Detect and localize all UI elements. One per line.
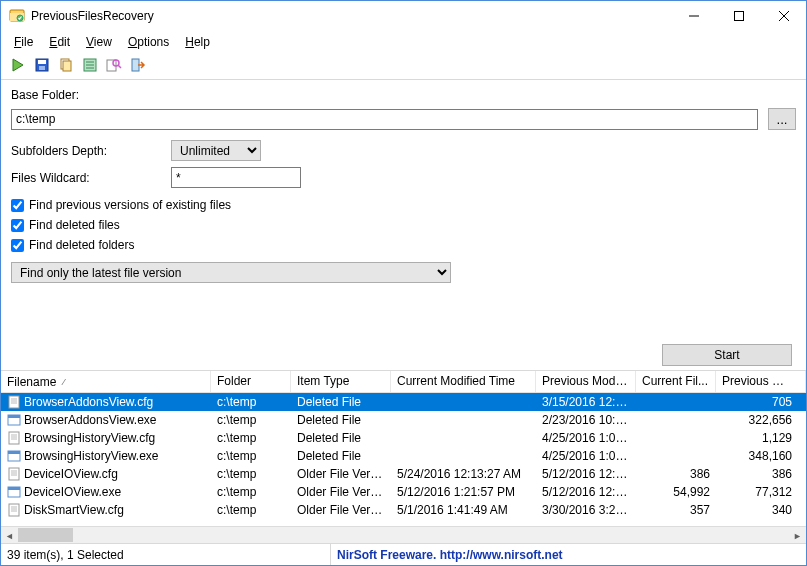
cell-itemtype: Older File Vers... (291, 484, 391, 500)
col-curr-mod[interactable]: Current Modified Time (391, 371, 536, 392)
listview-header[interactable]: Filename∕ Folder Item Type Current Modif… (1, 371, 806, 393)
cell-prev-mod: 4/25/2016 1:09:0... (536, 430, 636, 446)
cell-prev-mod: 5/12/2016 12:53:... (536, 466, 636, 482)
table-row[interactable]: DeviceIOView.exec:\tempOlder File Vers..… (1, 483, 806, 501)
menu-options[interactable]: Options (121, 33, 176, 51)
svg-line-19 (118, 65, 121, 68)
cell-curr-mod (391, 401, 536, 403)
toolbar (1, 53, 806, 80)
cell-filename: BrowsingHistoryView.cfg (24, 431, 155, 445)
cell-curr-size: 54,992 (636, 484, 716, 500)
cell-filename: BrowserAddonsView.cfg (24, 395, 153, 409)
minimize-button[interactable] (671, 1, 716, 31)
scroll-right-icon[interactable]: ► (789, 527, 806, 543)
start-button[interactable]: Start (662, 344, 792, 366)
col-curr-size[interactable]: Current Fil... (636, 371, 716, 392)
svg-rect-23 (8, 415, 20, 418)
chk-deleted-files[interactable] (11, 219, 24, 232)
col-folder[interactable]: Folder (211, 371, 291, 392)
cell-folder: c:\temp (211, 466, 291, 482)
browse-button[interactable]: ... (768, 108, 796, 130)
find-icon[interactable] (105, 56, 123, 74)
window-title: PreviousFilesRecovery (31, 9, 671, 23)
table-row[interactable]: DeviceIOView.cfgc:\tempOlder File Vers..… (1, 465, 806, 483)
base-folder-input[interactable] (11, 109, 758, 130)
chk-deleted-folders[interactable] (11, 239, 24, 252)
table-row[interactable]: BrowsingHistoryView.cfgc:\tempDeleted Fi… (1, 429, 806, 447)
cell-prev-size: 322,656 (716, 412, 806, 428)
col-filename[interactable]: Filename∕ (1, 371, 211, 392)
file-icon (7, 431, 21, 445)
cell-curr-size (636, 419, 716, 421)
cell-prev-size: 705 (716, 394, 806, 410)
svg-rect-4 (734, 12, 743, 21)
cell-curr-size: 357 (636, 502, 716, 518)
chk-existing-versions[interactable] (11, 199, 24, 212)
cell-curr-size (636, 401, 716, 403)
chk-deleted-folders-label: Find deleted folders (29, 238, 134, 252)
cell-itemtype: Older File Vers... (291, 466, 391, 482)
cell-curr-mod: 5/12/2016 1:21:57 PM (391, 484, 536, 500)
svg-rect-24 (9, 432, 19, 444)
status-link[interactable]: NirSoft Freeware. http://www.nirsoft.net (331, 544, 806, 565)
cell-itemtype: Deleted File (291, 430, 391, 446)
table-row[interactable]: BrowserAddonsView.exec:\tempDeleted File… (1, 411, 806, 429)
cell-folder: c:\temp (211, 502, 291, 518)
svg-rect-26 (8, 451, 20, 454)
table-row[interactable]: BrowserAddonsView.cfgc:\tempDeleted File… (1, 393, 806, 411)
cell-prev-mod: 3/15/2016 12:27:... (536, 394, 636, 410)
wildcard-label: Files Wildcard: (11, 171, 161, 185)
listview-body[interactable]: BrowserAddonsView.cfgc:\tempDeleted File… (1, 393, 806, 526)
menubar: File Edit View Options Help (1, 31, 806, 53)
cell-prev-size: 386 (716, 466, 806, 482)
start-icon[interactable] (9, 56, 27, 74)
exit-icon[interactable] (129, 56, 147, 74)
copy-icon[interactable] (57, 56, 75, 74)
menu-edit[interactable]: Edit (42, 33, 77, 51)
properties-icon[interactable] (81, 56, 99, 74)
svg-marker-7 (13, 59, 23, 71)
menu-file[interactable]: File (7, 33, 40, 51)
close-button[interactable] (761, 1, 806, 31)
h-scrollbar[interactable]: ◄ ► (1, 526, 806, 543)
chk-existing-label: Find previous versions of existing files (29, 198, 231, 212)
save-icon[interactable] (33, 56, 51, 74)
cell-curr-mod: 5/1/2016 1:41:49 AM (391, 502, 536, 518)
chk-deleted-files-label: Find deleted files (29, 218, 120, 232)
cell-filename: DeviceIOView.exe (24, 485, 121, 499)
cell-folder: c:\temp (211, 394, 291, 410)
version-mode-select[interactable]: Find only the latest file version (11, 262, 451, 283)
cell-itemtype: Older File Vers... (291, 502, 391, 518)
titlebar[interactable]: PreviousFilesRecovery (1, 1, 806, 31)
subfolders-depth-select[interactable]: Unlimited (171, 140, 261, 161)
cell-prev-mod: 3/30/2016 3:24:4... (536, 502, 636, 518)
cell-prev-size: 1,129 (716, 430, 806, 446)
cell-prev-size: 340 (716, 502, 806, 518)
cell-filename: DiskSmartView.cfg (24, 503, 124, 517)
scroll-thumb[interactable] (18, 528, 73, 542)
cell-filename: BrowserAddonsView.exe (24, 413, 157, 427)
results-listview[interactable]: Filename∕ Folder Item Type Current Modif… (1, 370, 806, 543)
svg-rect-27 (9, 468, 19, 480)
cell-itemtype: Deleted File (291, 412, 391, 428)
cell-prev-mod: 2/23/2016 10:47:... (536, 412, 636, 428)
cell-folder: c:\temp (211, 448, 291, 464)
menu-help[interactable]: Help (178, 33, 217, 51)
table-row[interactable]: DiskSmartView.cfgc:\tempOlder File Vers.… (1, 501, 806, 519)
maximize-button[interactable] (716, 1, 761, 31)
col-prev-mod[interactable]: Previous Modifi... (536, 371, 636, 392)
cell-prev-mod: 4/25/2016 1:05:3... (536, 448, 636, 464)
svg-rect-9 (38, 60, 46, 64)
menu-view[interactable]: View (79, 33, 119, 51)
wildcard-input[interactable] (171, 167, 301, 188)
cell-curr-mod (391, 437, 536, 439)
svg-rect-30 (9, 504, 19, 516)
col-prev-size[interactable]: Previous File Size (716, 371, 806, 392)
file-icon (7, 449, 21, 463)
cell-filename: BrowsingHistoryView.exe (24, 449, 159, 463)
col-itemtype[interactable]: Item Type (291, 371, 391, 392)
table-row[interactable]: BrowsingHistoryView.exec:\tempDeleted Fi… (1, 447, 806, 465)
base-folder-label: Base Folder: (11, 88, 161, 102)
sort-indicator-icon: ∕ (63, 377, 65, 387)
scroll-left-icon[interactable]: ◄ (1, 527, 18, 543)
